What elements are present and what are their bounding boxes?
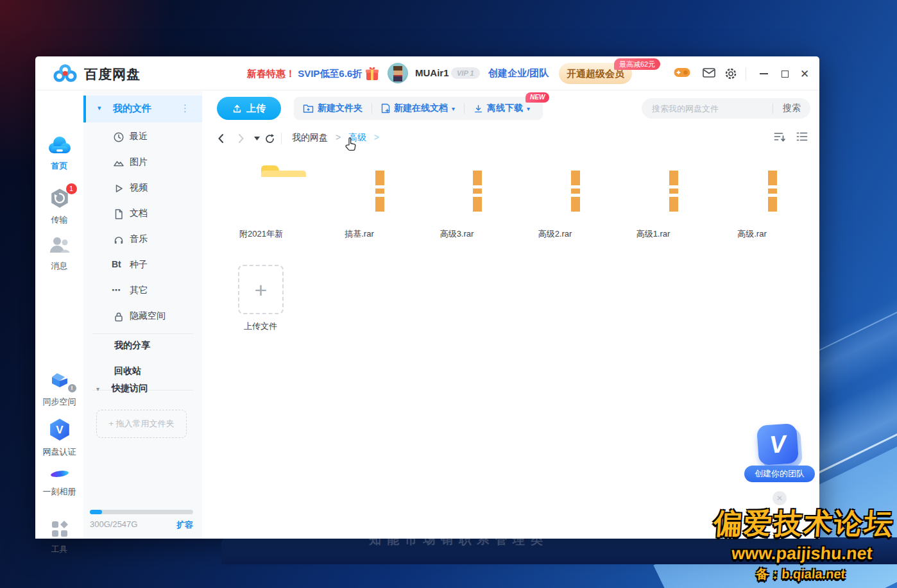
create-team-promo-label[interactable]: 创建你的团队	[744, 466, 815, 482]
new-online-doc-label: 新建在线文档	[394, 103, 448, 114]
user-avatar[interactable]	[388, 63, 408, 83]
lock-icon	[113, 311, 124, 323]
minimize-button[interactable]	[755, 65, 772, 82]
settings-gear-icon[interactable]	[724, 67, 737, 80]
divider	[92, 333, 193, 334]
plus-icon: +	[255, 279, 268, 301]
titlebar: 百度网盘 新春特惠！ SVIP低至6.6折 MUAir1 VIP 1 创建企业/…	[35, 56, 819, 90]
forum-watermark: 偏爱技术论坛 www.paijishu.net 备：b.qiala.net	[710, 505, 896, 583]
nav-item-music[interactable]: 音乐	[83, 227, 202, 253]
username[interactable]: MUAir1	[415, 67, 449, 78]
new-feature-badge: NEW	[525, 92, 549, 103]
nav-my-files[interactable]: ▾ 我的文件 ⋮	[83, 96, 202, 122]
view-mode-icon[interactable]	[796, 131, 808, 142]
file-name: 搞基.rar	[321, 228, 398, 240]
nav-item-label: 图片	[130, 156, 148, 168]
nav-item-label: 最近	[130, 131, 148, 142]
titlebar-divider	[746, 67, 746, 80]
file-name: 高级2.rar	[517, 228, 594, 240]
rail-item-album[interactable]: 一刻相册	[35, 467, 83, 498]
nav-item-other[interactable]: ⋯ 其它	[83, 278, 202, 304]
upload-button[interactable]: 上传	[217, 97, 281, 120]
ellipsis-icon: ⋯	[112, 285, 121, 295]
sort-order-icon[interactable]	[774, 131, 786, 142]
back-button[interactable]	[214, 131, 228, 146]
drop-favorite-folder-zone[interactable]: + 拖入常用文件夹	[96, 410, 187, 438]
file-name: 高级.rar	[713, 228, 790, 240]
maximize-button[interactable]	[776, 65, 793, 82]
nav-item-my-shares[interactable]: 我的分享	[114, 340, 150, 351]
document-icon	[113, 208, 124, 220]
new-doc-icon	[381, 103, 390, 113]
rail-label: 消息	[35, 260, 83, 272]
breadcrumb: 我的网盘 > 高级 >	[292, 132, 384, 144]
bt-icon: Bt	[112, 259, 121, 269]
vip-level-badge[interactable]: VIP 1	[451, 67, 480, 79]
discount-badge: 最高减62元	[614, 58, 660, 70]
nav-item-videos[interactable]: 视频	[83, 176, 202, 201]
nav-item-hidden-space[interactable]: 隐藏空间	[83, 304, 202, 330]
nav-item-torrents[interactable]: Bt 种子	[83, 253, 202, 278]
messages-mail-icon[interactable]	[703, 68, 715, 78]
file-tile-rar[interactable]: 高级3.rar	[418, 171, 495, 240]
offline-download-button[interactable]: 离线下载 ▾	[465, 103, 539, 114]
expand-storage-link[interactable]: 扩容	[176, 519, 193, 531]
refresh-button[interactable]	[262, 131, 277, 146]
cursor-hand-icon	[345, 137, 357, 153]
nav-item-documents[interactable]: 文档	[83, 201, 202, 227]
watermark-backup-url: 备：b.qiala.net	[710, 566, 892, 583]
gift-icon[interactable]	[364, 66, 380, 81]
baidu-netdisk-window: 百度网盘 新春特惠！ SVIP低至6.6折 MUAir1 VIP 1 创建企业/…	[35, 56, 819, 539]
rail-item-sync-space[interactable]: ! 同步空间	[35, 372, 83, 408]
nav-header-label: 我的文件	[113, 103, 151, 115]
picture-icon	[113, 157, 124, 169]
forward-button[interactable]	[234, 131, 248, 146]
history-caret-button[interactable]	[250, 131, 264, 146]
upload-arrow-icon	[232, 104, 242, 113]
nav-item-pictures[interactable]: 图片	[83, 150, 202, 176]
rail-item-messages[interactable]: 消息	[35, 235, 83, 272]
rail-item-home[interactable]: 首页	[35, 136, 83, 172]
nav-item-label: 其它	[130, 285, 148, 296]
rail-label: 网盘认证	[35, 446, 83, 458]
more-options-icon[interactable]: ⋮	[180, 103, 191, 114]
background-window-text: 知能市场销职系管理类	[369, 537, 549, 548]
download-icon	[474, 104, 483, 113]
rail-item-transfer[interactable]: 1 传输	[35, 187, 83, 226]
rail-label: 工具	[35, 544, 83, 555]
collapse-caret-icon: ▾	[96, 385, 99, 392]
file-name: 高级1.rar	[615, 228, 692, 240]
nav-item-recent[interactable]: 最近	[83, 124, 202, 150]
create-team-promo[interactable]: V 创建你的团队 ✕	[744, 423, 815, 505]
rail-item-tools[interactable]: 工具	[35, 519, 83, 555]
create-enterprise-link[interactable]: 创建企业/团队	[488, 67, 549, 80]
rail-label: 同步空间	[35, 396, 83, 408]
file-tile-folder[interactable]: 附2021年新	[223, 171, 300, 240]
new-folder-button[interactable]: 新建文件夹	[294, 103, 372, 114]
file-tile-rar[interactable]: 高级.rar	[713, 171, 790, 240]
file-tile-rar[interactable]: 搞基.rar	[321, 171, 398, 240]
upload-tile-label: 上传文件	[222, 321, 299, 332]
new-online-doc-button[interactable]: 新建在线文档 ▾	[372, 103, 464, 114]
file-tile-rar[interactable]: 高级1.rar	[615, 171, 692, 240]
sync-alert-badge: !	[68, 384, 76, 392]
search-input[interactable]	[642, 104, 773, 113]
rail-item-certification[interactable]: V 网盘认证	[35, 418, 83, 458]
breadcrumb-separator: >	[374, 132, 379, 142]
desktop: 知能市场销职系管理类 百度网盘 新春特惠！ SVIP低至6.6折	[0, 0, 897, 588]
search-button[interactable]: 搜索	[773, 103, 810, 114]
close-button[interactable]: ✕	[796, 65, 813, 82]
nav-item-label: 视频	[130, 182, 148, 194]
collapse-caret-icon[interactable]: ▾	[98, 104, 101, 112]
storage-bar	[90, 510, 193, 514]
promo-close-icon[interactable]: ✕	[773, 491, 787, 505]
file-tile-rar[interactable]: 高级2.rar	[517, 171, 594, 240]
headphones-icon	[113, 234, 124, 246]
transfer-count-badge: 1	[66, 183, 77, 194]
game-center-icon[interactable]	[674, 67, 690, 78]
svip-promo-link[interactable]: 新春特惠！ SVIP低至6.6折	[247, 68, 362, 80]
upload-file-tile[interactable]: +	[238, 265, 284, 314]
breadcrumb-root[interactable]: 我的网盘	[292, 132, 328, 142]
nav-item-recycle-bin[interactable]: 回收站	[114, 365, 141, 377]
left-rail: 首页 1 传输	[35, 91, 83, 539]
